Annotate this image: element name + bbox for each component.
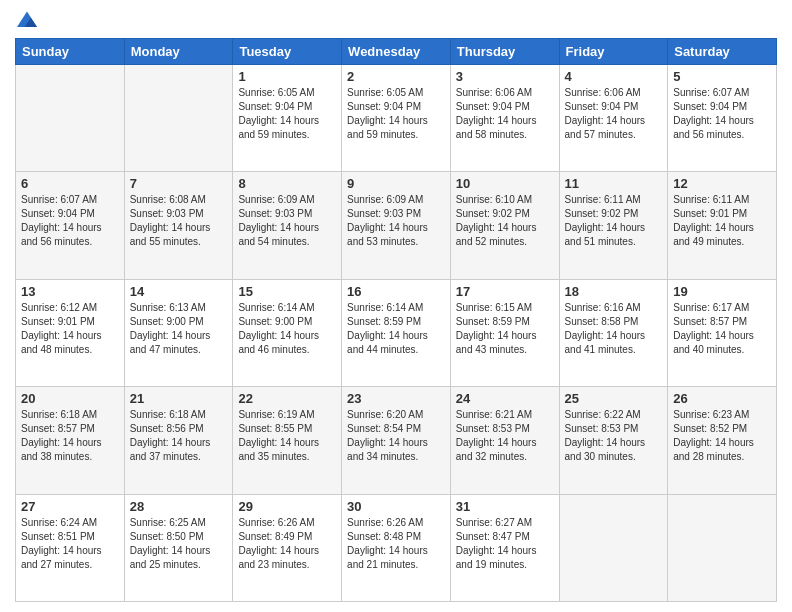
calendar-cell: 15Sunrise: 6:14 AMSunset: 9:00 PMDayligh… — [233, 279, 342, 386]
day-info: Sunrise: 6:14 AMSunset: 8:59 PMDaylight:… — [347, 301, 445, 357]
day-number: 7 — [130, 176, 228, 191]
day-number: 13 — [21, 284, 119, 299]
day-info: Sunrise: 6:08 AMSunset: 9:03 PMDaylight:… — [130, 193, 228, 249]
day-info: Sunrise: 6:06 AMSunset: 9:04 PMDaylight:… — [456, 86, 554, 142]
calendar-cell: 26Sunrise: 6:23 AMSunset: 8:52 PMDayligh… — [668, 387, 777, 494]
calendar-cell — [559, 494, 668, 601]
day-info: Sunrise: 6:26 AMSunset: 8:48 PMDaylight:… — [347, 516, 445, 572]
day-info: Sunrise: 6:18 AMSunset: 8:56 PMDaylight:… — [130, 408, 228, 464]
day-number: 21 — [130, 391, 228, 406]
day-number: 14 — [130, 284, 228, 299]
day-number: 10 — [456, 176, 554, 191]
week-row-5: 27Sunrise: 6:24 AMSunset: 8:51 PMDayligh… — [16, 494, 777, 601]
day-info: Sunrise: 6:11 AMSunset: 9:02 PMDaylight:… — [565, 193, 663, 249]
week-row-1: 1Sunrise: 6:05 AMSunset: 9:04 PMDaylight… — [16, 65, 777, 172]
day-number: 5 — [673, 69, 771, 84]
day-info: Sunrise: 6:24 AMSunset: 8:51 PMDaylight:… — [21, 516, 119, 572]
calendar-cell: 3Sunrise: 6:06 AMSunset: 9:04 PMDaylight… — [450, 65, 559, 172]
weekday-saturday: Saturday — [668, 39, 777, 65]
day-info: Sunrise: 6:23 AMSunset: 8:52 PMDaylight:… — [673, 408, 771, 464]
calendar-cell: 17Sunrise: 6:15 AMSunset: 8:59 PMDayligh… — [450, 279, 559, 386]
calendar-cell: 14Sunrise: 6:13 AMSunset: 9:00 PMDayligh… — [124, 279, 233, 386]
day-number: 1 — [238, 69, 336, 84]
calendar-cell: 31Sunrise: 6:27 AMSunset: 8:47 PMDayligh… — [450, 494, 559, 601]
day-number: 4 — [565, 69, 663, 84]
day-number: 31 — [456, 499, 554, 514]
day-number: 11 — [565, 176, 663, 191]
calendar-cell: 23Sunrise: 6:20 AMSunset: 8:54 PMDayligh… — [342, 387, 451, 494]
day-number: 19 — [673, 284, 771, 299]
weekday-friday: Friday — [559, 39, 668, 65]
day-number: 26 — [673, 391, 771, 406]
calendar-cell: 13Sunrise: 6:12 AMSunset: 9:01 PMDayligh… — [16, 279, 125, 386]
calendar-cell: 8Sunrise: 6:09 AMSunset: 9:03 PMDaylight… — [233, 172, 342, 279]
day-info: Sunrise: 6:12 AMSunset: 9:01 PMDaylight:… — [21, 301, 119, 357]
calendar-cell: 5Sunrise: 6:07 AMSunset: 9:04 PMDaylight… — [668, 65, 777, 172]
weekday-thursday: Thursday — [450, 39, 559, 65]
day-info: Sunrise: 6:15 AMSunset: 8:59 PMDaylight:… — [456, 301, 554, 357]
day-info: Sunrise: 6:06 AMSunset: 9:04 PMDaylight:… — [565, 86, 663, 142]
day-info: Sunrise: 6:18 AMSunset: 8:57 PMDaylight:… — [21, 408, 119, 464]
day-number: 27 — [21, 499, 119, 514]
day-number: 2 — [347, 69, 445, 84]
calendar-cell: 28Sunrise: 6:25 AMSunset: 8:50 PMDayligh… — [124, 494, 233, 601]
day-number: 28 — [130, 499, 228, 514]
weekday-tuesday: Tuesday — [233, 39, 342, 65]
calendar-cell — [668, 494, 777, 601]
day-number: 17 — [456, 284, 554, 299]
day-info: Sunrise: 6:14 AMSunset: 9:00 PMDaylight:… — [238, 301, 336, 357]
header — [15, 10, 777, 30]
calendar-cell: 20Sunrise: 6:18 AMSunset: 8:57 PMDayligh… — [16, 387, 125, 494]
logo — [15, 10, 43, 30]
calendar-cell: 4Sunrise: 6:06 AMSunset: 9:04 PMDaylight… — [559, 65, 668, 172]
day-info: Sunrise: 6:07 AMSunset: 9:04 PMDaylight:… — [21, 193, 119, 249]
calendar-cell: 1Sunrise: 6:05 AMSunset: 9:04 PMDaylight… — [233, 65, 342, 172]
weekday-wednesday: Wednesday — [342, 39, 451, 65]
day-info: Sunrise: 6:13 AMSunset: 9:00 PMDaylight:… — [130, 301, 228, 357]
day-info: Sunrise: 6:07 AMSunset: 9:04 PMDaylight:… — [673, 86, 771, 142]
calendar-cell: 6Sunrise: 6:07 AMSunset: 9:04 PMDaylight… — [16, 172, 125, 279]
day-info: Sunrise: 6:22 AMSunset: 8:53 PMDaylight:… — [565, 408, 663, 464]
day-number: 16 — [347, 284, 445, 299]
day-number: 9 — [347, 176, 445, 191]
day-info: Sunrise: 6:26 AMSunset: 8:49 PMDaylight:… — [238, 516, 336, 572]
calendar-table: SundayMondayTuesdayWednesdayThursdayFrid… — [15, 38, 777, 602]
day-info: Sunrise: 6:05 AMSunset: 9:04 PMDaylight:… — [347, 86, 445, 142]
calendar-cell: 21Sunrise: 6:18 AMSunset: 8:56 PMDayligh… — [124, 387, 233, 494]
calendar-cell: 24Sunrise: 6:21 AMSunset: 8:53 PMDayligh… — [450, 387, 559, 494]
calendar-cell — [124, 65, 233, 172]
week-row-4: 20Sunrise: 6:18 AMSunset: 8:57 PMDayligh… — [16, 387, 777, 494]
weekday-sunday: Sunday — [16, 39, 125, 65]
calendar-cell — [16, 65, 125, 172]
day-number: 30 — [347, 499, 445, 514]
logo-icon — [15, 10, 39, 30]
day-number: 24 — [456, 391, 554, 406]
weekday-header-row: SundayMondayTuesdayWednesdayThursdayFrid… — [16, 39, 777, 65]
day-info: Sunrise: 6:21 AMSunset: 8:53 PMDaylight:… — [456, 408, 554, 464]
day-info: Sunrise: 6:11 AMSunset: 9:01 PMDaylight:… — [673, 193, 771, 249]
calendar-cell: 7Sunrise: 6:08 AMSunset: 9:03 PMDaylight… — [124, 172, 233, 279]
day-info: Sunrise: 6:09 AMSunset: 9:03 PMDaylight:… — [238, 193, 336, 249]
week-row-3: 13Sunrise: 6:12 AMSunset: 9:01 PMDayligh… — [16, 279, 777, 386]
day-info: Sunrise: 6:05 AMSunset: 9:04 PMDaylight:… — [238, 86, 336, 142]
day-number: 18 — [565, 284, 663, 299]
calendar-cell: 22Sunrise: 6:19 AMSunset: 8:55 PMDayligh… — [233, 387, 342, 494]
day-number: 22 — [238, 391, 336, 406]
day-info: Sunrise: 6:16 AMSunset: 8:58 PMDaylight:… — [565, 301, 663, 357]
day-number: 23 — [347, 391, 445, 406]
day-number: 29 — [238, 499, 336, 514]
day-info: Sunrise: 6:10 AMSunset: 9:02 PMDaylight:… — [456, 193, 554, 249]
calendar-cell: 27Sunrise: 6:24 AMSunset: 8:51 PMDayligh… — [16, 494, 125, 601]
calendar-cell: 30Sunrise: 6:26 AMSunset: 8:48 PMDayligh… — [342, 494, 451, 601]
calendar-cell: 12Sunrise: 6:11 AMSunset: 9:01 PMDayligh… — [668, 172, 777, 279]
day-number: 3 — [456, 69, 554, 84]
day-number: 6 — [21, 176, 119, 191]
day-number: 12 — [673, 176, 771, 191]
day-number: 15 — [238, 284, 336, 299]
day-info: Sunrise: 6:09 AMSunset: 9:03 PMDaylight:… — [347, 193, 445, 249]
calendar-cell: 2Sunrise: 6:05 AMSunset: 9:04 PMDaylight… — [342, 65, 451, 172]
day-info: Sunrise: 6:20 AMSunset: 8:54 PMDaylight:… — [347, 408, 445, 464]
day-number: 20 — [21, 391, 119, 406]
calendar-cell: 10Sunrise: 6:10 AMSunset: 9:02 PMDayligh… — [450, 172, 559, 279]
day-number: 8 — [238, 176, 336, 191]
